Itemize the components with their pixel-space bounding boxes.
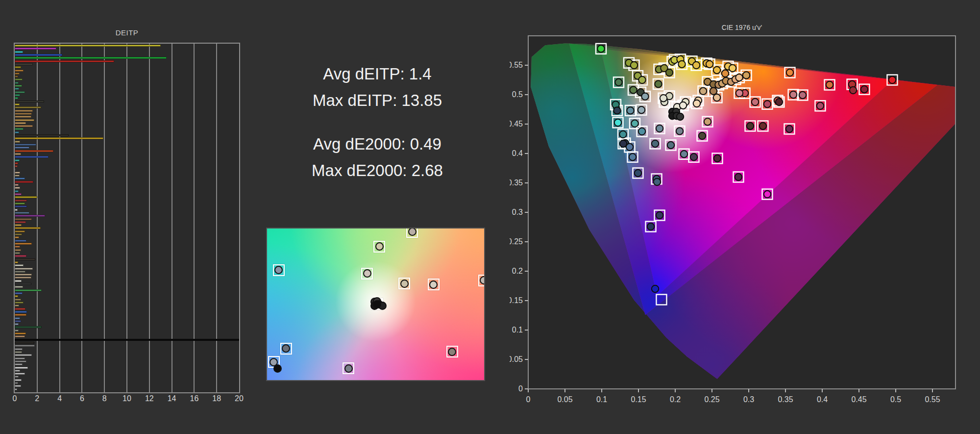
deitp-bar (15, 45, 161, 47)
cie-measurement-point (693, 100, 700, 107)
deitp-bar (15, 119, 34, 121)
deitp-bar (15, 125, 33, 127)
deitp-bar (15, 274, 32, 276)
lab-measurement-point (373, 300, 381, 308)
cie-measurement-point (704, 118, 711, 125)
cie-measurement-point (786, 69, 793, 76)
deitp-bar (15, 172, 20, 174)
cie-measurement-point (620, 140, 627, 147)
cie-y-tick-label: 0.35 (510, 179, 523, 187)
lab-measurement-point (273, 364, 282, 373)
cie-measurement-point (700, 88, 707, 95)
deitp-bar (15, 227, 41, 229)
cie-measurement-point (799, 92, 806, 99)
deitp-bar (15, 314, 26, 316)
deitp-x-tick-label: 18 (208, 394, 225, 403)
deitp-bar (15, 255, 26, 257)
deitp-bar (15, 54, 62, 56)
deitp-bar (15, 326, 42, 328)
deitp-bar (15, 268, 33, 270)
cie-y-tick-label: 0.05 (510, 355, 523, 363)
cie-measurement-point (619, 131, 626, 138)
deitp-bar (15, 88, 19, 90)
deitp-x-tick-label: 16 (185, 394, 203, 403)
cie-measurement-point (713, 67, 720, 74)
cie-measurement-point (654, 179, 661, 185)
cie-y-tick-label: 0 (518, 384, 523, 393)
cie-measurement-point (722, 70, 729, 77)
cie-measurement-point (735, 174, 742, 180)
deitp-bar (15, 351, 22, 353)
cie-x-tick-label: 0.55 (925, 395, 940, 404)
deitp-bar (15, 370, 20, 372)
cie-measurement-point (613, 107, 620, 114)
cie-1976-uv-diagram: 00.050.10.150.20.250.30.350.40.450.50.55… (510, 20, 975, 412)
cie-measurement-point (681, 151, 687, 157)
cie-measurement-point (680, 102, 686, 109)
deitp-bar (15, 48, 56, 50)
cie-measurement-point (635, 170, 641, 177)
deitp-bar (15, 243, 32, 245)
cie-measurement-point (641, 93, 648, 100)
deitp-bar (15, 156, 49, 158)
deitp-bar (15, 379, 22, 381)
max-de2000-value: Max dE2000: 2.68 (255, 157, 500, 184)
deitp-bar (15, 78, 23, 80)
deitp-bar (15, 91, 25, 93)
cie-measurement-point (699, 132, 706, 139)
deitp-bar (15, 335, 25, 337)
cie-x-tick-label: 0.2 (670, 395, 681, 404)
deitp-bar (15, 246, 20, 248)
deitp-bar (15, 264, 24, 266)
deitp-bar (15, 113, 32, 115)
cie-measurement-point (729, 65, 736, 72)
deitp-bar (15, 261, 18, 263)
cie-measurement-point (638, 106, 645, 113)
deitp-bar (15, 169, 16, 171)
deitp-bar (15, 382, 18, 384)
cie-measurement-point (677, 113, 684, 120)
deitp-bar (15, 277, 31, 279)
cie-measurement-point (630, 86, 637, 93)
cie-y-tick-label: 0.25 (510, 237, 523, 246)
cie-y-tick-label: 0.55 (510, 61, 523, 69)
deitp-bar (15, 190, 19, 192)
cie-x-tick-label: 0.25 (704, 395, 719, 404)
deitp-bar (15, 283, 31, 285)
cie-measurement-point (655, 80, 662, 87)
deitp-x-tick-label: 12 (141, 394, 158, 403)
deitp-bar (15, 51, 23, 53)
lab-gradient-panel (266, 228, 485, 381)
deitp-chart-title: DEITP (14, 28, 240, 37)
avg-de2000-value: Avg dE2000: 0.49 (255, 131, 500, 157)
deitp-bar (15, 212, 29, 214)
deitp-bar (15, 76, 18, 77)
deitp-bar (15, 332, 26, 334)
deitp-bar (15, 376, 19, 378)
deitp-bar (15, 184, 19, 186)
cie-measurement-point (817, 102, 824, 109)
cie-measurement-point (752, 99, 759, 105)
deitp-bar (15, 339, 239, 341)
deitp-bar (15, 311, 27, 313)
deitp-bar (15, 94, 20, 96)
deitp-bar (15, 116, 31, 118)
cie-measurement-point (647, 223, 654, 230)
cie-x-tick-label: 0.4 (817, 395, 828, 404)
deitp-bar (15, 388, 17, 390)
deitp-bar (15, 342, 34, 344)
cie-x-tick-label: 0.1 (596, 395, 607, 404)
cie-y-tick-label: 0.15 (510, 296, 523, 305)
cie-measurement-point (713, 94, 720, 101)
delta-e-stats: Avg dEITP: 1.4 Max dEITP: 13.85 Avg dE20… (255, 61, 500, 184)
deitp-bar (15, 299, 21, 301)
deitp-bar (15, 187, 20, 189)
max-deitp-value: Max dEITP: 13.85 (255, 87, 500, 114)
cie-x-tick-label: 0.15 (631, 395, 646, 404)
cie-y-tick-label: 0.3 (512, 208, 523, 216)
cie-measurement-point (764, 101, 771, 107)
deitp-bar (15, 150, 53, 152)
deitp-x-tick-label: 10 (118, 394, 136, 403)
lab-measurement-point (429, 281, 438, 289)
deitp-bar (15, 122, 26, 124)
